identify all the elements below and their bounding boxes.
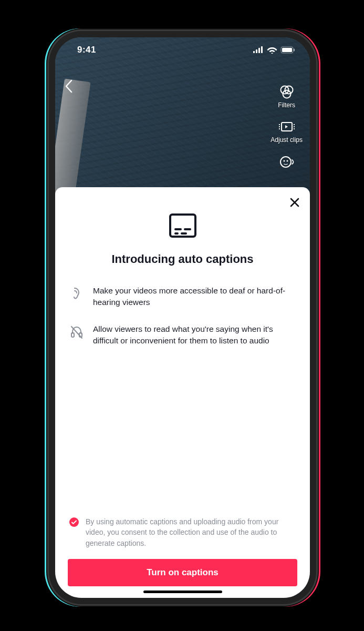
close-button[interactable] (289, 197, 300, 208)
back-button[interactable] (65, 79, 73, 93)
feature-list: Make your videos more accessible to deaf… (68, 285, 297, 347)
svg-rect-1 (256, 49, 257, 53)
filters-label: Filters (278, 101, 295, 109)
filters-icon (279, 84, 295, 99)
svg-point-11 (280, 157, 291, 167)
adjust-clips-label: Adjust clips (271, 136, 303, 144)
svg-rect-18 (181, 232, 187, 235)
svg-rect-5 (282, 48, 292, 52)
chevron-left-icon (65, 79, 73, 93)
svg-point-13 (286, 160, 288, 162)
feature-accessibility: Make your videos more accessible to deaf… (70, 285, 295, 309)
close-icon (289, 197, 300, 208)
adjust-clips-tool[interactable]: Adjust clips (271, 119, 303, 144)
checkmark-circle-icon (69, 517, 79, 527)
filters-tool[interactable]: Filters (278, 84, 295, 109)
feature-read-audio-text: Allow viewers to read what you're saying… (93, 323, 295, 347)
feature-read-audio: Allow viewers to read what you're saying… (70, 323, 295, 347)
phone-frame: 9:41 Filters Adjust clips (49, 31, 316, 604)
wifi-icon (267, 46, 277, 54)
modal-hero: Introducing auto captions (68, 212, 297, 266)
voice-effects-tool[interactable] (279, 154, 295, 170)
phone-screen: 9:41 Filters Adjust clips (55, 37, 310, 598)
status-bar: 9:41 (55, 37, 310, 63)
consent-text: By using automatic captions and uploadin… (86, 516, 296, 548)
status-indicators (253, 46, 295, 54)
editor-tool-rail: Filters Adjust clips (271, 84, 303, 170)
status-time: 9:41 (77, 45, 96, 55)
svg-rect-15 (174, 228, 182, 230)
svg-rect-16 (184, 228, 191, 230)
feature-accessibility-text: Make your videos more accessible to deaf… (93, 285, 295, 309)
modal-title: Introducing auto captions (111, 252, 253, 266)
battery-icon (280, 46, 295, 54)
svg-rect-2 (258, 48, 260, 53)
voice-effects-icon (279, 154, 295, 170)
turn-on-captions-button[interactable]: Turn on captions (68, 559, 297, 586)
home-indicator[interactable] (143, 591, 222, 593)
svg-rect-6 (294, 49, 295, 52)
ear-icon (70, 286, 84, 302)
consent-row[interactable]: By using automatic captions and uploadin… (68, 516, 297, 548)
svg-rect-17 (174, 232, 179, 235)
cellular-icon (253, 46, 264, 54)
svg-rect-0 (253, 51, 255, 53)
captions-icon (168, 212, 197, 239)
headphones-off-icon (70, 324, 84, 340)
adjust-clips-icon (278, 119, 295, 134)
auto-captions-modal: Introducing auto captions Make your vide… (55, 187, 310, 598)
svg-point-12 (283, 160, 285, 162)
svg-rect-3 (261, 46, 263, 53)
